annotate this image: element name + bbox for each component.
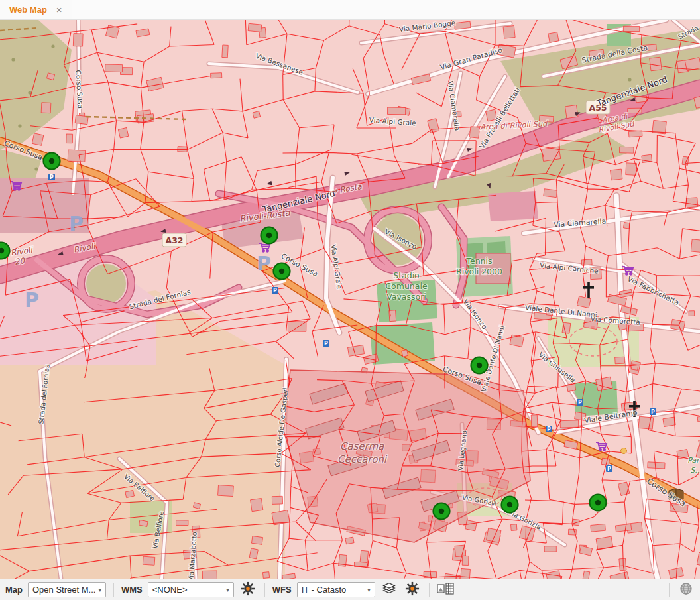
map-label: Par xyxy=(687,456,700,465)
map-canvas[interactable]: PPPPPPPPPPA55A32Via Mario BoggeVia Bessa… xyxy=(0,20,700,579)
map-marker[interactable] xyxy=(502,497,518,513)
parking-icon-letter: P xyxy=(324,341,328,347)
tab-bar: Web Map × xyxy=(0,0,700,20)
map-marker[interactable] xyxy=(590,495,607,511)
globe-button[interactable] xyxy=(677,581,695,599)
toolbar-separator xyxy=(264,583,265,597)
gear-icon xyxy=(405,581,420,599)
wfs-select[interactable]: IT - Catasto ▾ xyxy=(297,582,375,597)
map-viewport[interactable]: PPPPPPPPPPA55A32Via Mario BoggeVia Bessa… xyxy=(0,20,700,579)
map-marker[interactable] xyxy=(434,503,450,520)
toolbar-separator xyxy=(113,583,114,597)
wfs-label: WFS xyxy=(272,585,292,595)
parking-icon-letter: P xyxy=(547,426,551,432)
motorway-shield-label: A32 xyxy=(165,235,183,245)
chevron-down-icon: ▾ xyxy=(367,587,371,593)
toolbar-separator xyxy=(669,583,670,597)
map-label: Comunale xyxy=(385,281,428,291)
parking-area-letter: P xyxy=(25,288,39,312)
parking-icon-letter: P xyxy=(273,288,277,294)
parking-icon-letter: P xyxy=(651,409,655,415)
toolbar-separator xyxy=(429,583,430,597)
wms-settings-button[interactable] xyxy=(239,581,257,599)
map-marker[interactable] xyxy=(44,153,60,170)
tab-title: Web Map xyxy=(9,5,47,15)
map-label: Vavassori xyxy=(386,292,426,302)
parking-icon-letter: P xyxy=(50,174,54,180)
wms-select-value: <NONE> xyxy=(152,585,188,595)
bottom-toolbar: Map Open Street M... ▾ WMS <NONE> ▾ xyxy=(0,579,700,600)
parking-icon-letter: P xyxy=(607,466,611,472)
map-marker[interactable] xyxy=(274,263,290,280)
wfs-layers-button[interactable] xyxy=(380,581,398,599)
parking-area-letter: P xyxy=(257,252,271,275)
image-table-icon xyxy=(437,582,454,598)
tab-web-map[interactable]: Web Map × xyxy=(0,0,72,19)
tab-bar-empty xyxy=(72,0,700,19)
globe-icon xyxy=(679,582,693,598)
close-icon[interactable]: × xyxy=(56,5,62,15)
map-label: Caserma xyxy=(340,440,384,452)
parking-icon-letter: P xyxy=(578,400,582,406)
wfs-settings-button[interactable] xyxy=(404,581,422,599)
roundabout xyxy=(621,448,627,454)
map-label: Rivoli 2000 xyxy=(456,267,502,276)
wms-label: WMS xyxy=(121,585,143,595)
attribute-table-button[interactable] xyxy=(437,581,455,599)
map-label: Stadio xyxy=(393,270,420,280)
map-marker[interactable] xyxy=(261,227,278,244)
chevron-down-icon: ▾ xyxy=(226,587,229,593)
map-marker[interactable] xyxy=(0,243,10,259)
map-label: S... xyxy=(690,466,700,475)
map-label: Tennis xyxy=(465,256,492,266)
parking-area-letter: P xyxy=(69,212,84,235)
basemap-select[interactable]: Open Street M... ▾ xyxy=(28,582,106,597)
gear-icon xyxy=(241,581,255,599)
map-layer-label: Map xyxy=(5,585,23,595)
wms-select[interactable]: <NONE> ▾ xyxy=(148,582,234,597)
layers-icon xyxy=(381,581,397,599)
basemap-select-value: Open Street M... xyxy=(32,585,95,595)
map-marker[interactable] xyxy=(471,357,488,374)
map-label: Ceccaroni xyxy=(337,453,388,465)
chevron-down-icon: ▾ xyxy=(98,587,101,593)
wfs-select-value: IT - Catasto xyxy=(302,585,347,595)
